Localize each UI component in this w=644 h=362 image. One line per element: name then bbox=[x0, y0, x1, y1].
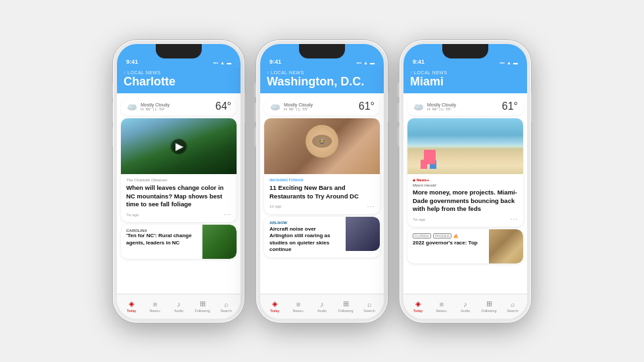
secondary-article-content: ARLNOW Aircraft noise over Arlington sti… bbox=[264, 217, 346, 258]
svg-point-5 bbox=[275, 104, 280, 108]
app-header: LOCAL NEWS Washington, D.C. ··· bbox=[260, 68, 384, 94]
today-nav[interactable]: ◈ Today bbox=[122, 300, 141, 313]
today-nav[interactable]: ◈ Today bbox=[265, 300, 284, 313]
wifi-icon: ▲ bbox=[507, 60, 511, 65]
charlotte-forest-image: ▶ bbox=[121, 118, 237, 174]
cloud-icon bbox=[126, 102, 138, 110]
weather-info: Mostly Cloudy H: 66° | L: 55° bbox=[427, 102, 456, 111]
following-nav-icon: ⊞ bbox=[200, 300, 206, 308]
header-more-dots[interactable]: ··· bbox=[225, 98, 234, 107]
secondary-article-title: 'Ten for NC': Rural change agents, leade… bbox=[126, 233, 197, 246]
main-article-card[interactable]: 🍲 WASHINGTONIAN 11 Exciting New Bars and… bbox=[264, 118, 380, 214]
search-nav-icon: ⌕ bbox=[367, 300, 372, 308]
search-nav-icon: ⌕ bbox=[224, 300, 229, 308]
newsplus-nav-icon: ≡ bbox=[296, 300, 300, 308]
status-time: 9:41 bbox=[413, 58, 425, 65]
secondary-source: ARLNOW bbox=[269, 221, 340, 225]
header-more-dots[interactable]: ··· bbox=[512, 98, 520, 107]
today-nav-label: Today bbox=[127, 309, 137, 313]
newsplus-nav[interactable]: ≡ News+ bbox=[146, 300, 164, 313]
weather-range: H: 66° | L: 55° bbox=[284, 107, 313, 111]
secondary-article-card[interactable]: FLORIDA PHOENIX 🔥 2022 governor's race: … bbox=[407, 229, 523, 263]
phoenix-tag: PHOENIX bbox=[433, 233, 452, 238]
search-nav[interactable]: ⌕ Search bbox=[217, 300, 235, 313]
audio-nav[interactable]: ♪ Audio bbox=[170, 300, 188, 313]
article-more-dots[interactable]: ··· bbox=[224, 211, 231, 218]
following-nav-icon: ⊞ bbox=[486, 300, 492, 308]
main-article-card[interactable]: ▶ The Charlotte Observer When will leave… bbox=[121, 118, 237, 222]
search-nav[interactable]: ⌕ Search bbox=[503, 300, 522, 313]
bottom-nav: ◈ Today ≡ News+ ♪ Audio ⊞ Following ⌕ Se… bbox=[403, 294, 527, 319]
main-article-content: The Charlotte Observer When will leaves … bbox=[121, 174, 237, 222]
audio-nav-icon: ♪ bbox=[463, 300, 467, 308]
local-news-label: LOCAL NEWS bbox=[267, 70, 377, 75]
main-article-image: 🍲 bbox=[264, 118, 380, 174]
video-play-button[interactable]: ▶ bbox=[172, 139, 186, 154]
battery-icon: ▬ bbox=[227, 60, 231, 65]
secondary-article-card[interactable]: ARLNOW Aircraft noise over Arlington sti… bbox=[264, 217, 380, 258]
newsplus-nav[interactable]: ≡ News+ bbox=[432, 300, 451, 313]
audio-nav-label: Audio bbox=[317, 309, 327, 313]
city-name: Charlotte bbox=[124, 76, 234, 89]
local-news-label: LOCAL NEWS bbox=[124, 70, 234, 75]
signal-icon: ▪▪▪ bbox=[357, 60, 361, 65]
secondary-article-image bbox=[346, 217, 380, 251]
audio-nav[interactable]: ♪ Audio bbox=[313, 300, 331, 313]
today-nav-icon: ◈ bbox=[129, 300, 134, 308]
today-nav-icon: ◈ bbox=[415, 300, 421, 308]
wifi-icon: ▲ bbox=[220, 60, 225, 65]
following-nav-label: Following bbox=[338, 309, 353, 313]
article-more-dots[interactable]: ··· bbox=[511, 215, 518, 223]
phone-charlotte: 9:41 ▪▪▪ ▲ ▬ LOCAL NEWS Charlotte ··· Mo… bbox=[113, 40, 244, 323]
weather-left: Mostly Cloudy H: 66° | L: 59° bbox=[126, 102, 170, 111]
search-nav-icon: ⌕ bbox=[511, 300, 515, 308]
following-nav[interactable]: ⊞ Following bbox=[480, 300, 498, 313]
food-bowl: 🍲 bbox=[306, 125, 338, 158]
signal-icon: ▪▪▪ bbox=[214, 60, 218, 65]
article-source: The Charlotte Observer bbox=[126, 178, 231, 182]
scroll-area: ▶ The Charlotte Observer When will leave… bbox=[117, 118, 241, 293]
main-article-card[interactable]: News+ Miami Herald More money, more proj… bbox=[407, 118, 523, 227]
following-nav-label: Following bbox=[481, 309, 496, 313]
bottom-nav: ◈ Today ≡ News+ ♪ Audio ⊞ Following ⌕ Se… bbox=[260, 294, 384, 319]
today-nav[interactable]: ◈ Today bbox=[409, 300, 427, 313]
secondary-source: FLORIDA PHOENIX 🔥 bbox=[413, 233, 484, 238]
today-nav-label: Today bbox=[413, 309, 423, 313]
search-nav-label: Search bbox=[507, 309, 518, 313]
main-article-content: WASHINGTONIAN 11 Exciting New Bars and R… bbox=[264, 174, 380, 214]
article-time: 7w ago bbox=[126, 213, 139, 217]
secondary-article-card[interactable]: CAROLINA 'Ten for NC': Rural change agen… bbox=[121, 225, 237, 259]
article-source: Miami Herald bbox=[413, 183, 518, 187]
following-nav[interactable]: ⊞ Following bbox=[193, 300, 212, 313]
weather-info: Mostly Cloudy H: 66° | L: 55° bbox=[284, 102, 313, 111]
phone-miami: 9:41 ▪▪▪ ▲ ▬ LOCAL NEWS Miami ··· Mostly… bbox=[400, 40, 531, 323]
main-article-content: News+ Miami Herald More money, more proj… bbox=[407, 174, 523, 227]
weather-bar: Mostly Cloudy H: 66° | L: 59° 64° bbox=[121, 97, 237, 116]
miami-beach-image bbox=[407, 118, 523, 174]
audio-nav-icon: ♪ bbox=[320, 300, 324, 308]
secondary-article-image bbox=[489, 229, 523, 263]
phone-washington: 9:41 ▪▪▪ ▲ ▬ LOCAL NEWS Washington, D.C.… bbox=[256, 40, 388, 323]
following-nav-label: Following bbox=[195, 309, 210, 313]
newsplus-nav-label: News+ bbox=[150, 309, 161, 313]
audio-nav-icon: ♪ bbox=[177, 300, 181, 308]
audio-nav-label: Audio bbox=[461, 309, 470, 313]
svg-point-2 bbox=[132, 104, 137, 108]
today-nav-icon: ◈ bbox=[272, 300, 277, 308]
following-nav[interactable]: ⊞ Following bbox=[336, 300, 355, 313]
search-nav[interactable]: ⌕ Search bbox=[360, 300, 379, 313]
weather-range: H: 66° | L: 55° bbox=[427, 107, 456, 111]
cloud-icon bbox=[269, 102, 281, 110]
main-article-image: ▶ bbox=[121, 118, 237, 174]
newsplus-nav[interactable]: ≡ News+ bbox=[289, 300, 308, 313]
secondary-article-image bbox=[202, 225, 237, 259]
phone-inner-miami: 9:41 ▪▪▪ ▲ ▬ LOCAL NEWS Miami ··· Mostly… bbox=[403, 44, 527, 319]
weather-info: Mostly Cloudy H: 66° | L: 59° bbox=[141, 102, 170, 111]
audio-nav[interactable]: ♪ Audio bbox=[456, 300, 474, 313]
article-more-dots[interactable]: ··· bbox=[367, 203, 375, 210]
audio-nav-label: Audio bbox=[174, 309, 183, 313]
header-more-dots[interactable]: ··· bbox=[369, 98, 377, 107]
phones-container: 9:41 ▪▪▪ ▲ ▬ LOCAL NEWS Charlotte ··· Mo… bbox=[106, 34, 538, 329]
article-meta: 7w ago ··· bbox=[413, 215, 518, 223]
wifi-icon: ▲ bbox=[363, 60, 368, 65]
